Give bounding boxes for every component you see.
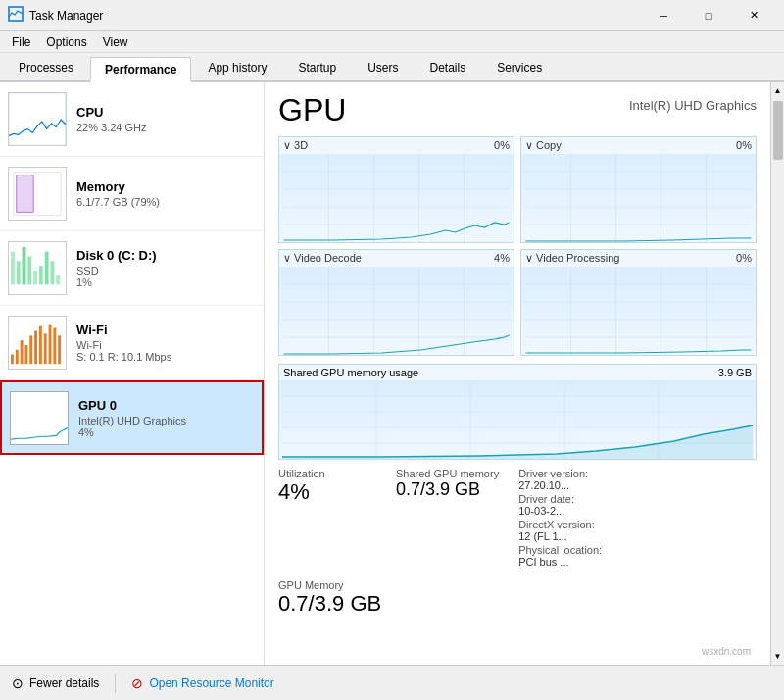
svg-rect-12 [39,266,43,284]
close-button[interactable]: ✕ [731,0,776,31]
titlebar: Task Manager ─ □ ✕ [0,0,784,31]
svg-rect-1 [9,93,66,145]
chart-copy: ∨ Copy 0% [520,136,757,243]
svg-rect-10 [27,256,31,284]
tab-app-history[interactable]: App history [193,55,281,80]
svg-marker-69 [282,425,753,459]
chart-copy-chevron[interactable]: ∨ Copy [525,139,562,152]
chart-video-processing-header: ∨ Video Processing 0% [521,250,756,267]
scroll-thumb[interactable] [773,101,783,160]
tab-details[interactable]: Details [415,55,480,80]
resource-monitor-icon: ⊘ [131,675,143,691]
scrollbar: ▲ ▼ [770,82,784,665]
chart-video-processing-area [521,267,756,355]
sidebar-item-disk[interactable]: Disk 0 (C: D:) SSD 1% [0,231,264,306]
app-icon [8,6,24,25]
scroll-down-arrow[interactable]: ▼ [772,650,784,663]
main-area: CPU 22% 3.24 GHz Memory 6.1/7.7 GB (79%) [0,82,784,665]
chart-copy-value: 0% [736,139,752,152]
sidebar-item-wifi[interactable]: Wi-Fi Wi-Fi S: 0.1 R: 10.1 Mbps [0,306,264,380]
chart-copy-area [521,154,756,242]
stat-shared-gpu-mem: Shared GPU memory 0.7/3.9 GB [396,468,499,568]
gpu-memory-stat: GPU Memory 0.7/3.9 GB [278,579,757,617]
tab-users[interactable]: Users [353,55,413,80]
disk-mini-graph [8,241,67,295]
svg-rect-13 [45,252,49,285]
chart-video-decode-area [279,267,514,355]
stat-utilization-label: Utilization [278,468,376,479]
memory-label: Memory [76,179,256,194]
open-resource-monitor-button[interactable]: ⊘ Open Resource Monitor [131,675,273,691]
bottombar: ⊙ Fewer details ⊘ Open Resource Monitor [0,665,784,700]
stat-shared-mem-value: 0.7/3.9 GB [396,479,499,500]
chart-video-processing-value: 0% [736,252,752,265]
chart-3d-header: ∨ 3D 0% [279,137,514,154]
stat-physical-label: Physical location: [518,544,616,556]
sidebar-item-cpu[interactable]: CPU 22% 3.24 GHz [0,82,264,157]
tab-performance[interactable]: Performance [90,57,191,82]
sidebar: CPU 22% 3.24 GHz Memory 6.1/7.7 GB (79%) [0,82,265,665]
tab-services[interactable]: Services [482,55,557,80]
menu-view[interactable]: View [95,33,136,51]
memory-mini-graph [8,167,67,221]
svg-rect-25 [49,325,52,364]
svg-rect-19 [21,340,24,364]
shared-memory-label: Shared GPU memory usage [283,367,418,378]
watermark: wsxdn.com [702,646,751,657]
stat-directx-label: DirectX version: [518,519,616,530]
svg-rect-22 [34,330,37,364]
svg-rect-24 [44,333,47,364]
bottombar-divider [115,674,116,693]
svg-rect-8 [17,261,21,284]
stat-driver-date-label: Driver date: [518,493,616,505]
cpu-label: CPU [76,105,256,120]
tab-startup[interactable]: Startup [283,55,351,80]
scroll-up-arrow[interactable]: ▲ [772,84,784,97]
window-controls: ─ □ ✕ [641,0,776,31]
wifi-info: Wi-Fi Wi-Fi S: 0.1 R: 10.1 Mbps [76,323,256,363]
stat-driver-version-label: Driver version: [518,468,616,479]
disk-info: Disk 0 (C: D:) SSD 1% [76,248,256,288]
svg-rect-9 [23,247,26,285]
memory-info: Memory 6.1/7.7 GB (79%) [76,179,256,208]
chart-video-processing: ∨ Video Processing 0% [520,249,757,356]
charts-grid: ∨ 3D 0% [278,136,757,356]
menu-options[interactable]: Options [38,33,94,51]
stat-utilization: Utilization 4% [278,468,376,568]
gpu-memory-value: 0.7/3.9 GB [278,591,757,617]
cpu-mini-graph [8,92,67,146]
stat-driver-date-value: 10-03-2... [518,505,616,517]
svg-rect-15 [56,275,60,285]
shared-gpu-memory-chart: Shared GPU memory usage 3.9 GB [278,364,757,460]
fewer-details-button[interactable]: ⊙ Fewer details [12,675,99,691]
tab-processes[interactable]: Processes [4,55,88,80]
svg-rect-7 [11,252,15,285]
svg-rect-27 [58,335,61,364]
shared-memory-header: Shared GPU memory usage 3.9 GB [279,365,756,380]
disk-type: SSD [76,265,256,276]
chart-video-decode-chevron[interactable]: ∨ Video Decode [283,252,362,265]
disk-stats: 1% [76,276,256,288]
gpu-memory-label: GPU Memory [278,579,757,591]
chart-3d-value: 0% [494,139,510,152]
stat-driver-col: Driver version: 27.20.10... Driver date:… [518,468,616,568]
sidebar-item-gpu[interactable]: GPU 0 Intel(R) UHD Graphics 4% [0,380,264,455]
open-resource-monitor-label: Open Resource Monitor [149,676,273,690]
menu-file[interactable]: File [4,33,38,51]
gpu-mini-graph [10,391,69,445]
minimize-button[interactable]: ─ [641,0,686,31]
shared-memory-value: 3.9 GB [718,367,752,378]
chart-video-decode-header: ∨ Video Decode 4% [279,250,514,267]
main-panel: GPU Intel(R) UHD Graphics ∨ 3D 0% [265,82,770,665]
gpu-stats: 4% [78,426,254,438]
chart-3d-chevron[interactable]: ∨ 3D [283,139,308,152]
stat-directx-value: 12 (FL 1... [518,530,616,542]
cpu-stats: 22% 3.24 GHz [76,122,256,133]
tabbar: Processes Performance App history Startu… [0,53,784,82]
chart-video-processing-chevron[interactable]: ∨ Video Processing [525,252,619,265]
chart-video-decode-value: 4% [494,252,510,265]
svg-rect-18 [16,350,19,364]
gpu-info: GPU 0 Intel(R) UHD Graphics 4% [78,398,254,438]
sidebar-item-memory[interactable]: Memory 6.1/7.7 GB (79%) [0,157,264,231]
maximize-button[interactable]: □ [686,0,731,31]
